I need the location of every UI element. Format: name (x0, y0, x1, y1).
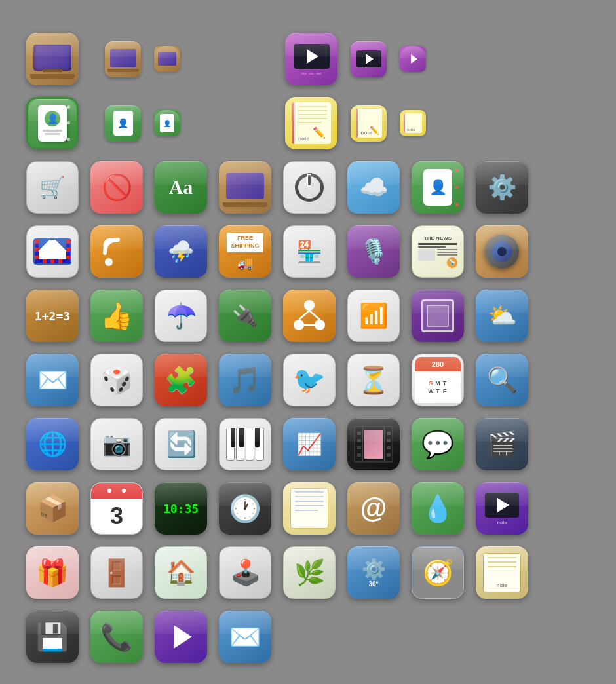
clock-icon[interactable]: 🕐 (219, 482, 271, 535)
joystick-icon[interactable]: 🕹️ (219, 546, 271, 599)
store-icon[interactable]: 🏪 (283, 225, 336, 278)
notes-icon-small[interactable]: note (400, 110, 426, 136)
floppy-disk-icon[interactable]: 💾 (26, 611, 79, 663)
cloud-lightning-icon[interactable]: ⛈️ (155, 225, 207, 278)
network-blue-icon[interactable]: 🌐 (26, 418, 79, 470)
shopping-cart-icon[interactable]: 🛒 (26, 161, 79, 214)
thumbsup-icon[interactable]: 👍 (90, 290, 143, 342)
video-play-icon-large[interactable] (285, 33, 337, 85)
dictionary-icon[interactable]: Aa (155, 161, 207, 214)
settings-icon[interactable]: ⚙️ (476, 161, 528, 214)
timer-icon[interactable]: ⏳ (347, 354, 400, 406)
stock-chart-icon[interactable]: 📈 (283, 418, 336, 470)
weather-icon[interactable]: ⛅ (476, 290, 528, 342)
notes-icon-medium[interactable]: note ✏️ (351, 105, 387, 142)
tv-icon-brown2[interactable] (219, 161, 271, 214)
magnify-icon[interactable]: 🔍 (476, 354, 528, 406)
twitter-icon[interactable]: 🐦 (283, 354, 336, 406)
water-drop-icon[interactable]: 💧 (412, 482, 464, 535)
svg-point-0 (105, 258, 113, 266)
at-symbol-icon[interactable]: @ (347, 482, 400, 535)
compass-icon[interactable]: 🧭 (412, 546, 464, 599)
package-icon[interactable]: 📦 (26, 482, 79, 535)
terminal-clock-icon[interactable]: 10:35 (155, 482, 207, 535)
email-icon[interactable]: ✉️ (26, 354, 79, 406)
door-icon[interactable]: 🚪 (90, 546, 143, 599)
mail-icon[interactable] (26, 225, 79, 278)
the-news-icon[interactable]: THE NEWS 📡 (412, 225, 464, 278)
tv-icon-large[interactable] (26, 33, 79, 85)
math-icon[interactable]: 1+2=3 (26, 290, 79, 342)
tv-icon-medium[interactable] (105, 41, 141, 77)
dice-icon[interactable]: 🎲 (90, 354, 143, 406)
free-shipping-icon[interactable]: FREESHIPPING 🚚 (219, 225, 271, 278)
calendar-3-icon[interactable]: 3 (90, 482, 143, 535)
gift-icon[interactable]: 🎁 (26, 546, 79, 599)
settings-gear-blue-icon[interactable]: ⚙️ 30° (347, 546, 400, 599)
tv-icon-small[interactable] (154, 46, 180, 72)
phone-icon[interactable]: 📞 (90, 611, 143, 663)
piano-icon[interactable] (219, 418, 271, 470)
camera-lens-icon[interactable] (476, 225, 528, 278)
video-play-icon-medium[interactable] (351, 41, 387, 77)
umbrella-icon[interactable]: ☂️ (155, 290, 207, 342)
mail-blue-icon[interactable]: ✉️ (219, 611, 271, 663)
messages-icon[interactable]: 💬 (412, 418, 464, 470)
contacts-icon-2[interactable]: 👤 (412, 161, 464, 214)
music-icon[interactable]: 🎵 (219, 354, 271, 406)
window-icon[interactable] (412, 290, 464, 342)
contacts-icon-medium[interactable]: 👤 (105, 105, 141, 142)
svg-point-1 (304, 300, 315, 311)
power-icon[interactable] (283, 161, 336, 214)
house-icon[interactable]: 🏠 (155, 546, 207, 599)
camera-icon[interactable]: 📷 (90, 418, 143, 470)
puzzle-icon[interactable]: 🧩 (155, 354, 207, 406)
calendar-280-icon[interactable]: 280 SMT WTF (412, 354, 464, 406)
circuit-icon[interactable]: 🔌 (219, 290, 271, 342)
contacts-icon-small[interactable]: 👤 (154, 110, 180, 136)
video-play-icon-small[interactable] (400, 46, 426, 72)
cloud-icon[interactable]: ☁️ (347, 161, 400, 214)
film-strip-icon[interactable] (347, 418, 400, 470)
notepad-wood-icon[interactable]: note (476, 546, 528, 599)
wifi-icon[interactable]: 📶 (347, 290, 400, 342)
svg-line-4 (299, 311, 309, 320)
network-icon[interactable] (283, 290, 336, 342)
video-play-purple-icon[interactable]: note (476, 482, 528, 535)
grass-icon[interactable]: 🌿 (283, 546, 336, 599)
block-icon[interactable]: 🚫 (90, 161, 143, 214)
notepad-icon[interactable] (283, 482, 336, 535)
svg-line-5 (309, 311, 320, 320)
rss-icon[interactable] (90, 225, 143, 278)
microphone-icon[interactable]: 🎙️ (347, 225, 400, 278)
refresh-icon[interactable]: 🔄 (155, 418, 207, 470)
notes-icon-large[interactable]: ✏️ note (285, 97, 337, 149)
play-purple-icon[interactable] (155, 611, 207, 663)
clapperboard-icon[interactable]: 🎬 (476, 418, 528, 470)
contacts-icon-large[interactable]: 👤 (26, 97, 79, 149)
